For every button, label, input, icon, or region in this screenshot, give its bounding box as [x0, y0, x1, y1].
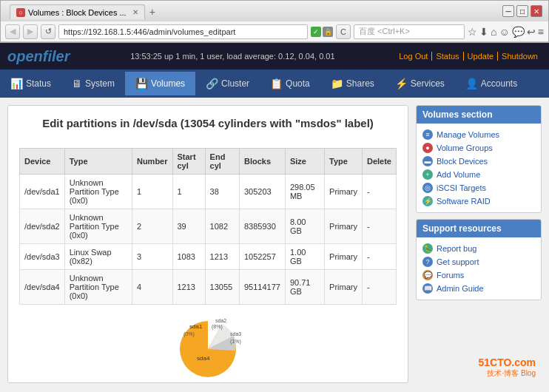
- chart-area: sda1 sda2 (0%) (8%) sda3 (1%) sda4: [19, 316, 397, 375]
- volumes-section-links: ≡ Manage Volumes ● Volume Groups ▬ Block…: [417, 124, 541, 212]
- partitions-table: Device Type Number Start cyl End cyl Blo…: [19, 148, 397, 305]
- menu-icon[interactable]: ≡: [538, 26, 544, 38]
- nav-quota-label: Quota: [286, 78, 310, 89]
- manage-volumes-link[interactable]: ≡ Manage Volumes: [422, 128, 535, 141]
- cell-number: 3: [132, 244, 172, 270]
- shutdown-link[interactable]: Shutdown: [498, 52, 542, 61]
- accounts-nav-icon: 👤: [465, 78, 478, 89]
- cell-size: 8.00 GB: [285, 209, 324, 244]
- active-tab[interactable]: ○ Volumes : Block Devices ... ✕: [10, 4, 145, 19]
- tab-close-button[interactable]: ✕: [132, 8, 138, 16]
- refresh-button[interactable]: C: [336, 24, 351, 39]
- search-box[interactable]: 百度 <Ctrl+K>: [354, 24, 465, 39]
- cell-number: 4: [132, 270, 172, 305]
- volume-groups-icon: ●: [422, 143, 433, 153]
- quota-nav-icon: 📋: [270, 78, 283, 89]
- cell-ptype: Primary: [325, 209, 363, 244]
- services-nav-icon: ⚡: [395, 78, 408, 89]
- chart-label-pct2: (8%): [212, 324, 223, 330]
- cell-blocks: 95114177: [240, 270, 286, 305]
- nav-accounts-label: Accounts: [481, 78, 517, 89]
- main-navigation: 📊 Status 🖥 System 💾 Volumes 🔗 Cluster 📋 …: [0, 70, 549, 98]
- browser-window: ○ Volumes : Block Devices ... ✕ + ─ □ ✕ …: [0, 0, 549, 43]
- back-button[interactable]: ◀: [5, 24, 20, 39]
- nav-system[interactable]: 🖥 System: [61, 72, 125, 95]
- page-content: openfiler 13:53:25 up 1 min, 1 user, loa…: [0, 43, 549, 392]
- get-support-label: Get support: [437, 257, 479, 266]
- nav-volumes[interactable]: 💾 Volumes: [125, 72, 195, 95]
- top-navigation: openfiler 13:53:25 up 1 min, 1 user, loa…: [0, 43, 549, 70]
- table-row: /dev/sda2 Unknown Partition Type (0x0) 2…: [20, 209, 397, 244]
- download-icon[interactable]: ⬇: [479, 26, 488, 38]
- report-bug-link[interactable]: 🐛 Report bug: [422, 242, 535, 255]
- status-link[interactable]: Status: [432, 52, 463, 61]
- add-volume-label: Add Volume: [437, 170, 480, 179]
- nav-services-label: Services: [411, 78, 445, 89]
- nav-accounts[interactable]: 👤 Accounts: [455, 72, 528, 95]
- window-controls: ─ □ ✕: [502, 5, 542, 17]
- back-nav-icon[interactable]: ↩: [527, 26, 536, 38]
- update-link[interactable]: Update: [464, 52, 498, 61]
- volume-groups-link[interactable]: ● Volume Groups: [422, 141, 535, 155]
- table-row: /dev/sda1 Unknown Partition Type (0x0) 1…: [20, 175, 397, 209]
- security-badge-gray: 🔒: [323, 27, 333, 37]
- close-button[interactable]: ✕: [531, 5, 542, 17]
- cell-ptype: Primary: [325, 175, 363, 209]
- nav-quota[interactable]: 📋 Quota: [260, 72, 320, 95]
- col-header-delete: Delete: [362, 149, 396, 175]
- software-raid-label: Software RAID: [437, 197, 491, 206]
- nav-shares[interactable]: 📁 Shares: [320, 72, 385, 95]
- block-devices-link[interactable]: ▬ Block Devices: [422, 155, 535, 168]
- add-volume-link[interactable]: + Add Volume: [422, 168, 535, 181]
- iscsi-targets-link[interactable]: ◎ iSCSI Targets: [422, 181, 535, 195]
- col-header-endcyl: End cyl: [205, 149, 239, 175]
- cell-ptype: Primary: [325, 270, 363, 305]
- cell-end-cyl: 1082: [205, 209, 239, 244]
- logout-link[interactable]: Log Out: [395, 52, 432, 61]
- software-raid-link[interactable]: ⚡ Software RAID: [422, 195, 535, 208]
- cluster-nav-icon: 🔗: [206, 78, 218, 89]
- admin-guide-icon: 📖: [422, 283, 433, 294]
- cell-device: /dev/sda4: [20, 270, 65, 305]
- add-volume-icon: +: [422, 169, 433, 180]
- admin-guide-link[interactable]: 📖 Admin Guide: [422, 282, 535, 295]
- minimize-button[interactable]: ─: [502, 5, 514, 17]
- cell-blocks: 1052257: [240, 244, 286, 270]
- report-bug-icon: 🐛: [422, 243, 433, 254]
- sidebar: Volumes section ≡ Manage Volumes ● Volum…: [416, 105, 542, 383]
- cell-device: /dev/sda2: [20, 209, 65, 244]
- url-bar[interactable]: https://192.168.1.5:446/admin/volumes_ed…: [58, 24, 308, 39]
- main-panel: Edit partitions in /dev/sda (13054 cylin…: [7, 105, 408, 383]
- block-devices-icon: ▬: [422, 156, 433, 166]
- page-title: Edit partitions in /dev/sda (13054 cylin…: [19, 117, 397, 137]
- system-nav-icon: 🖥: [72, 78, 82, 89]
- col-header-device: Device: [20, 149, 65, 175]
- forward-button[interactable]: ▶: [23, 24, 38, 39]
- smiley-icon[interactable]: ☺: [499, 26, 510, 38]
- cell-type: Unknown Partition Type (0x0): [64, 270, 132, 305]
- status-nav-icon: 📊: [10, 78, 23, 89]
- watermark-main: 51CTO.com: [478, 356, 536, 368]
- nav-status[interactable]: 📊 Status: [0, 72, 61, 95]
- forums-label: Forums: [437, 271, 464, 280]
- address-bar: ◀ ▶ ↺ https://192.168.1.5:446/admin/volu…: [1, 21, 548, 42]
- iscsi-icon: ◎: [422, 183, 433, 193]
- chart-label-sda4: sda4: [197, 355, 210, 362]
- reload-button[interactable]: ↺: [41, 24, 55, 39]
- tab-favicon: ○: [16, 8, 25, 17]
- col-header-number: Number: [132, 149, 172, 175]
- block-devices-label: Block Devices: [437, 157, 488, 166]
- maximize-button[interactable]: □: [516, 5, 528, 17]
- cell-number: 2: [132, 209, 172, 244]
- nav-cluster[interactable]: 🔗 Cluster: [195, 72, 260, 95]
- col-header-type: Type: [64, 149, 132, 175]
- cell-delete: -: [362, 270, 396, 305]
- nav-volumes-label: Volumes: [151, 78, 185, 89]
- bookmark-icon[interactable]: ☆: [468, 26, 477, 38]
- home-icon[interactable]: ⌂: [491, 26, 496, 38]
- forums-link[interactable]: 💬 Forums: [422, 268, 535, 282]
- chat-icon[interactable]: 💬: [512, 26, 525, 38]
- get-support-link[interactable]: ? Get support: [422, 255, 535, 268]
- nav-services[interactable]: ⚡ Services: [385, 72, 455, 95]
- new-tab-button[interactable]: +: [145, 4, 160, 19]
